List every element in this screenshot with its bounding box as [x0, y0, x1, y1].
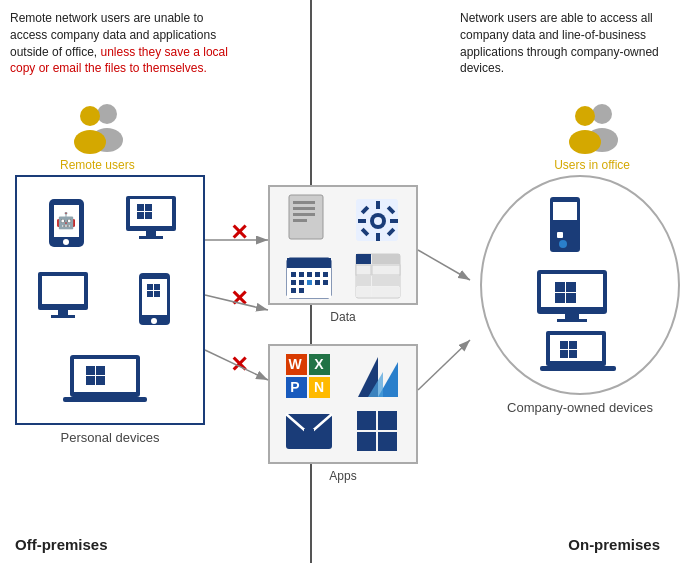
svg-rect-74 — [356, 276, 371, 286]
svg-rect-102 — [553, 202, 577, 220]
svg-rect-119 — [540, 366, 616, 371]
left-description: Remote network users are unable to acces… — [10, 10, 240, 85]
company-devices-label: Company-owned devices — [480, 400, 680, 415]
svg-rect-21 — [42, 276, 84, 304]
svg-rect-116 — [569, 341, 577, 349]
svg-rect-109 — [555, 293, 565, 303]
personal-devices-box: 🤖 — [15, 175, 205, 425]
svg-rect-94 — [378, 432, 397, 451]
svg-rect-103 — [557, 232, 563, 238]
right-desc-text: Network users are able to access all com… — [460, 10, 680, 77]
svg-rect-32 — [74, 359, 136, 392]
data-box — [268, 185, 418, 305]
svg-rect-92 — [378, 411, 397, 430]
svg-text:🤖: 🤖 — [56, 211, 76, 230]
document-icon — [276, 193, 341, 248]
svg-rect-40 — [293, 207, 315, 210]
office-users-area: Users in office — [554, 100, 630, 172]
svg-rect-107 — [555, 282, 565, 292]
svg-rect-93 — [357, 432, 376, 451]
svg-text:W: W — [288, 356, 302, 372]
svg-rect-70 — [356, 254, 371, 264]
svg-point-7 — [569, 130, 601, 154]
apps-box: W X P N — [268, 344, 418, 464]
x-mark-2: ✕ — [230, 286, 248, 312]
svg-rect-46 — [376, 201, 380, 209]
svg-point-4 — [592, 104, 612, 124]
svg-rect-71 — [372, 254, 400, 264]
windows-phone-icon — [113, 264, 195, 337]
svg-rect-26 — [147, 284, 153, 290]
svg-rect-35 — [86, 376, 95, 385]
table-icon — [345, 252, 410, 300]
remote-users-label: Remote users — [60, 158, 135, 172]
svg-rect-34 — [96, 366, 105, 375]
svg-point-30 — [151, 318, 157, 324]
svg-rect-61 — [323, 272, 328, 277]
windows-logo-icon — [345, 406, 410, 456]
remote-users-icon — [62, 100, 132, 155]
tower-icon — [545, 192, 615, 262]
calendar-icon — [276, 252, 341, 300]
company-devices-circle — [480, 175, 680, 395]
svg-rect-27 — [154, 284, 160, 290]
svg-rect-115 — [560, 341, 568, 349]
svg-rect-73 — [372, 265, 400, 275]
svg-rect-108 — [566, 282, 576, 292]
android-device-icon: 🤖 — [25, 185, 107, 258]
x-mark-3: ✕ — [230, 352, 248, 378]
on-premises-label: On-premises — [568, 536, 660, 553]
remote-users-area: Remote users — [60, 100, 135, 172]
svg-rect-33 — [86, 366, 95, 375]
svg-point-6 — [575, 106, 595, 126]
x-marks-group: ✕ ✕ ✕ — [230, 220, 248, 378]
svg-rect-65 — [315, 280, 320, 285]
data-label: Data — [268, 310, 418, 324]
svg-point-3 — [74, 130, 106, 154]
svg-rect-41 — [293, 213, 315, 216]
svg-rect-58 — [299, 272, 304, 277]
svg-rect-117 — [560, 350, 568, 358]
office-users-icon — [557, 100, 627, 155]
svg-rect-19 — [139, 236, 163, 239]
right-description: Network users are able to access all com… — [460, 10, 680, 85]
svg-rect-111 — [565, 314, 579, 319]
svg-point-0 — [97, 104, 117, 124]
svg-rect-39 — [293, 201, 315, 204]
svg-rect-36 — [96, 376, 105, 385]
windows-desktop-icon — [113, 185, 195, 258]
svg-point-2 — [80, 106, 100, 126]
svg-rect-76 — [356, 287, 371, 297]
company-laptop-icon — [538, 329, 623, 379]
svg-point-104 — [559, 240, 567, 248]
laptop-icon — [25, 342, 195, 415]
svg-rect-77 — [372, 287, 400, 297]
gear-icon — [345, 193, 410, 248]
office-icon: W X P N — [276, 352, 341, 402]
x-mark-1: ✕ — [230, 220, 248, 246]
svg-rect-57 — [291, 272, 296, 277]
monitor-icon — [535, 268, 625, 323]
svg-rect-47 — [376, 233, 380, 241]
svg-point-11 — [63, 239, 69, 245]
svg-rect-72 — [356, 265, 371, 275]
svg-rect-16 — [137, 212, 144, 219]
office-users-label: Users in office — [554, 158, 630, 172]
svg-text:P: P — [290, 379, 299, 395]
svg-rect-28 — [147, 291, 153, 297]
svg-rect-68 — [299, 288, 304, 293]
svg-rect-29 — [154, 291, 160, 297]
main-container: Remote network users are unable to acces… — [0, 0, 690, 563]
personal-devices-label: Personal devices — [15, 430, 205, 445]
svg-line-99 — [418, 250, 470, 280]
svg-rect-18 — [146, 231, 156, 236]
svg-rect-59 — [307, 272, 312, 277]
email-icon — [276, 406, 341, 456]
svg-rect-48 — [358, 219, 366, 223]
svg-rect-63 — [299, 280, 304, 285]
svg-rect-110 — [566, 293, 576, 303]
svg-rect-22 — [58, 310, 68, 315]
svg-rect-112 — [557, 319, 587, 322]
svg-rect-37 — [63, 397, 147, 402]
svg-line-100 — [418, 340, 470, 390]
